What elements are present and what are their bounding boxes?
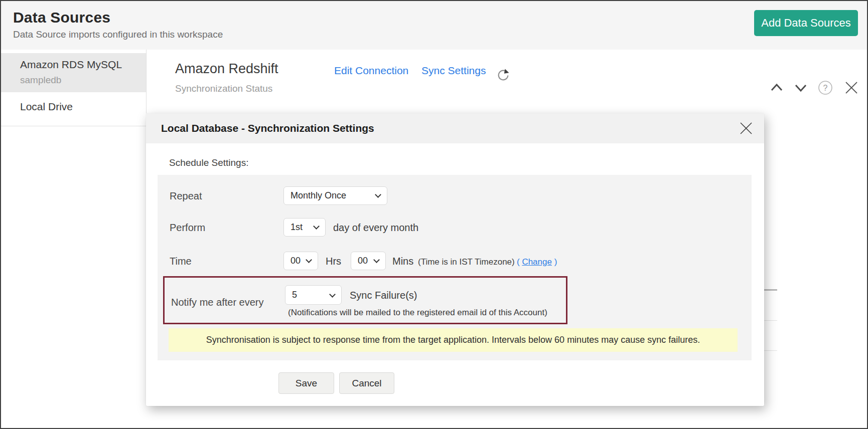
- timezone-note: (Time is in IST Timezone): [418, 257, 515, 267]
- datasource-title: Amazon Redshift: [175, 61, 278, 77]
- sync-failures-suffix-label: Sync Failure(s): [350, 290, 417, 301]
- repeat-select-value: Monthly Once: [291, 190, 346, 200]
- edit-connection-link[interactable]: Edit Connection: [334, 65, 408, 77]
- cancel-button[interactable]: Cancel: [339, 372, 394, 394]
- svg-text:?: ?: [823, 84, 828, 92]
- hours-suffix-label: Hrs: [326, 256, 341, 267]
- sync-settings-modal: Local Database - Synchronization Setting…: [146, 113, 764, 406]
- sync-settings-link[interactable]: Sync Settings: [421, 65, 486, 77]
- synchronization-status-label: Synchronization Status: [175, 83, 272, 94]
- modal-close-icon[interactable]: [739, 121, 753, 135]
- notify-count-select[interactable]: 5: [285, 285, 342, 305]
- notify-label: Notify me after every: [171, 297, 264, 308]
- sync-warning-banner: Synchronisation is subject to response t…: [169, 328, 738, 352]
- help-icon[interactable]: ?: [818, 80, 833, 95]
- perform-label: Perform: [170, 222, 205, 234]
- perform-day-select[interactable]: 1st: [283, 218, 326, 237]
- change-link-suffix: ): [552, 257, 557, 267]
- time-hours-select[interactable]: 00: [283, 252, 318, 270]
- chevron-up-icon[interactable]: [770, 82, 784, 92]
- sidebar-item-label: Local Drive: [20, 101, 146, 113]
- time-hours-select-value: 00: [291, 256, 301, 266]
- save-button[interactable]: Save: [278, 372, 334, 394]
- background-table-line: [764, 320, 777, 321]
- notify-count-select-value: 5: [292, 290, 297, 300]
- time-minutes-select-value: 00: [358, 256, 368, 266]
- sidebar-item-label: Amazon RDS MySQL: [20, 59, 146, 71]
- select-chevron-icon: [375, 191, 381, 198]
- notify-note: (Notifications will be mailed to the reg…: [288, 308, 547, 318]
- perform-suffix-label: day of every month: [333, 222, 418, 234]
- repeat-select[interactable]: Monthly Once: [283, 186, 387, 205]
- datasource-sidebar: Amazon RDS MySQL sampledb Local Drive: [1, 50, 147, 126]
- chevron-down-icon[interactable]: [794, 83, 808, 93]
- modal-header: Local Database - Synchronization Setting…: [146, 113, 764, 143]
- background-table-line: [764, 350, 777, 351]
- refresh-icon[interactable]: [496, 68, 511, 83]
- perform-day-select-value: 1st: [291, 222, 303, 232]
- sidebar-item-local-drive[interactable]: Local Drive: [1, 92, 146, 119]
- sidebar-item-sublabel: sampledb: [20, 75, 146, 86]
- close-icon[interactable]: [844, 80, 859, 95]
- change-link-prefix: (: [517, 257, 522, 267]
- schedule-settings-panel: Repeat Monthly Once Perform 1st day of e…: [158, 175, 752, 360]
- schedule-settings-label: Schedule Settings:: [169, 157, 248, 168]
- time-minutes-select[interactable]: 00: [351, 252, 386, 270]
- change-link-text: Change: [522, 257, 552, 267]
- minutes-suffix-label: Mins: [392, 256, 413, 267]
- page-subtitle: Data Source imports configured in this w…: [13, 29, 223, 40]
- select-chevron-icon: [306, 257, 312, 263]
- modal-title: Local Database - Synchronization Setting…: [161, 113, 374, 143]
- sidebar-item-amazon-rds-mysql[interactable]: Amazon RDS MySQL sampledb: [1, 53, 146, 92]
- select-chevron-icon: [373, 257, 380, 263]
- page-header: Data Sources Data Source imports configu…: [1, 1, 867, 50]
- background-table-line: [764, 289, 777, 291]
- notify-highlight-box: Notify me after every 5 Sync Failure(s) …: [163, 276, 567, 324]
- select-chevron-icon: [329, 291, 336, 298]
- time-label: Time: [170, 256, 192, 267]
- page-title: Data Sources: [13, 9, 110, 26]
- add-data-sources-button[interactable]: Add Data Sources: [754, 10, 858, 36]
- repeat-label: Repeat: [170, 190, 202, 202]
- change-timezone-link[interactable]: ( Change ): [517, 257, 557, 267]
- select-chevron-icon: [313, 223, 320, 230]
